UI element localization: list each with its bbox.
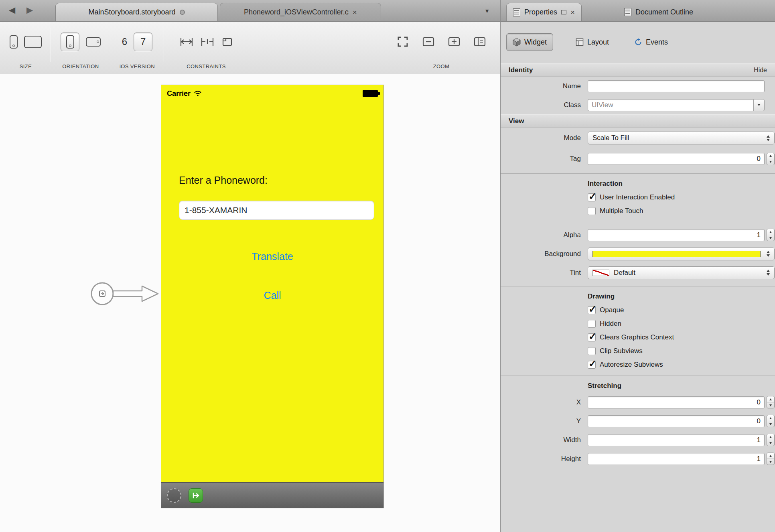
ios6-button[interactable]: 6 bbox=[122, 36, 127, 47]
segment-events[interactable]: Events bbox=[628, 33, 674, 51]
tag-row: Tag 0 bbox=[501, 148, 775, 169]
mode-label: Mode bbox=[501, 134, 581, 142]
phoneword-text-field[interactable]: 1-855-XAMARIN bbox=[179, 201, 374, 220]
tab-storyboard[interactable]: MainStoryboard.storyboard bbox=[55, 3, 218, 21]
clip-subviews-checkbox[interactable] bbox=[588, 347, 596, 355]
segment-layout[interactable]: Layout bbox=[570, 33, 615, 51]
stepper-up-icon[interactable] bbox=[767, 396, 774, 402]
view-controller-frame[interactable]: Carrier Enter a Phoneword: 1-855-XAMARIN… bbox=[161, 85, 383, 508]
close-icon[interactable]: × bbox=[353, 8, 357, 16]
zoom-out-icon[interactable] bbox=[422, 37, 434, 47]
class-combo-field[interactable]: UIView bbox=[588, 99, 753, 111]
exit-segue-icon[interactable] bbox=[189, 488, 203, 503]
outline-tab-label: Document Outline bbox=[635, 8, 693, 16]
stepper-up-icon[interactable] bbox=[767, 453, 774, 459]
class-combo-arrow-button[interactable] bbox=[753, 99, 765, 111]
stretch-height-input[interactable]: 1 bbox=[588, 453, 765, 465]
hide-button[interactable]: Hide bbox=[754, 67, 767, 74]
stretch-y-input[interactable]: 0 bbox=[588, 415, 765, 427]
landscape-icon[interactable] bbox=[86, 37, 101, 47]
fullscreen-icon[interactable] bbox=[397, 36, 409, 48]
translate-button[interactable]: Translate bbox=[161, 251, 383, 262]
stepper-up-icon[interactable] bbox=[767, 434, 774, 440]
alpha-stepper[interactable] bbox=[767, 229, 775, 241]
stretch-width-input[interactable]: 1 bbox=[588, 434, 765, 446]
hidden-checkbox[interactable] bbox=[588, 320, 596, 328]
phoneword-prompt-label[interactable]: Enter a Phoneword: bbox=[179, 175, 268, 186]
zoom-in-icon[interactable] bbox=[448, 37, 460, 47]
stretch-y-stepper[interactable] bbox=[767, 415, 775, 427]
detach-icon[interactable] bbox=[561, 10, 566, 14]
alpha-input[interactable]: 1 bbox=[588, 229, 765, 241]
tab-viewcontroller[interactable]: Phoneword_iOSViewController.c × bbox=[220, 3, 381, 21]
spacing-constraint-icon[interactable] bbox=[200, 37, 215, 47]
forward-icon[interactable]: ▶ bbox=[26, 5, 33, 15]
stepper-down-icon[interactable] bbox=[767, 159, 774, 165]
popup-arrows-icon bbox=[765, 270, 772, 276]
clears-graphics-checkbox[interactable] bbox=[588, 333, 596, 341]
frame-constraint-icon[interactable] bbox=[221, 37, 233, 47]
iphone-size-icon[interactable] bbox=[10, 35, 18, 49]
segment-events-label: Events bbox=[646, 38, 668, 47]
drawing-header-label: Drawing bbox=[588, 292, 615, 301]
tag-stepper[interactable] bbox=[767, 153, 775, 165]
storyboard-canvas[interactable]: Carrier Enter a Phoneword: 1-855-XAMARIN… bbox=[0, 75, 500, 532]
name-input[interactable] bbox=[588, 80, 765, 92]
stepper-down-icon[interactable] bbox=[767, 421, 774, 427]
portrait-orientation-button[interactable] bbox=[61, 32, 79, 51]
stretch-x-value: 0 bbox=[757, 398, 761, 406]
segment-widget[interactable]: Widget bbox=[506, 33, 553, 51]
class-row: Class UIView bbox=[501, 95, 775, 114]
ipad-size-icon[interactable] bbox=[24, 36, 42, 48]
stretch-x-input[interactable]: 0 bbox=[588, 396, 765, 408]
autoresize-row: Autoresize Subviews bbox=[501, 358, 775, 372]
back-icon[interactable]: ◀ bbox=[9, 5, 15, 15]
call-button[interactable]: Call bbox=[161, 290, 383, 301]
section-divider bbox=[501, 286, 775, 286]
tag-input[interactable]: 0 bbox=[588, 153, 765, 165]
battery-icon bbox=[363, 90, 378, 97]
stepper-down-icon[interactable] bbox=[767, 235, 774, 241]
class-combo[interactable]: UIView bbox=[588, 99, 765, 111]
stretch-y-label: Y bbox=[501, 417, 581, 425]
tab-document-outline[interactable]: Document Outline bbox=[618, 3, 700, 21]
actual-size-icon[interactable] bbox=[474, 37, 486, 47]
tint-popup[interactable]: Default bbox=[588, 266, 775, 279]
stepper-down-icon[interactable] bbox=[767, 440, 774, 446]
multiple-touch-checkbox[interactable] bbox=[588, 207, 596, 215]
stretch-height-stepper[interactable] bbox=[767, 453, 775, 465]
stepper-up-icon[interactable] bbox=[767, 229, 774, 235]
stepper-down-icon[interactable] bbox=[767, 402, 774, 408]
tab-properties[interactable]: Properties × bbox=[506, 3, 582, 21]
opaque-row: Opaque bbox=[501, 303, 775, 317]
opaque-checkbox[interactable] bbox=[588, 306, 596, 314]
mode-popup[interactable]: Scale To Fill bbox=[588, 132, 775, 144]
orientation-group-label: ORIENTATION bbox=[53, 63, 108, 69]
autoresize-checkbox[interactable] bbox=[588, 361, 596, 369]
stepper-up-icon[interactable] bbox=[767, 415, 774, 421]
modified-dot-icon bbox=[180, 10, 185, 15]
chevron-down-icon bbox=[757, 104, 761, 106]
first-responder-icon[interactable] bbox=[167, 488, 181, 503]
segment-layout-label: Layout bbox=[587, 38, 609, 47]
width-constraint-icon[interactable] bbox=[179, 37, 194, 47]
close-icon[interactable]: × bbox=[570, 8, 575, 16]
constraints-group-label: CONSTRAINTS bbox=[167, 63, 245, 69]
class-label: Class bbox=[501, 101, 581, 109]
background-color-popup[interactable] bbox=[588, 248, 775, 260]
chevron-down-icon[interactable]: ▼ bbox=[484, 8, 490, 14]
wifi-icon bbox=[194, 90, 202, 97]
ios-version-group: 6 7 iOS VERSION bbox=[114, 22, 160, 74]
user-interaction-checkbox[interactable] bbox=[588, 193, 596, 201]
ios7-button[interactable]: 7 bbox=[134, 32, 152, 51]
stepper-down-icon[interactable] bbox=[767, 459, 774, 465]
editor-area: ◀ ▶ MainStoryboard.storyboard Phoneword_… bbox=[0, 0, 500, 532]
stretch-width-stepper[interactable] bbox=[767, 434, 775, 446]
stretch-x-stepper[interactable] bbox=[767, 396, 775, 408]
stepper-up-icon[interactable] bbox=[767, 153, 774, 159]
multiple-touch-label: Multiple Touch bbox=[600, 207, 643, 215]
ios-version-group-label: iOS VERSION bbox=[114, 63, 160, 69]
initial-view-controller-arrow[interactable] bbox=[89, 279, 162, 308]
identity-section-header: Identity Hide bbox=[501, 63, 775, 77]
uiview-canvas[interactable]: Carrier Enter a Phoneword: 1-855-XAMARIN… bbox=[161, 85, 383, 482]
